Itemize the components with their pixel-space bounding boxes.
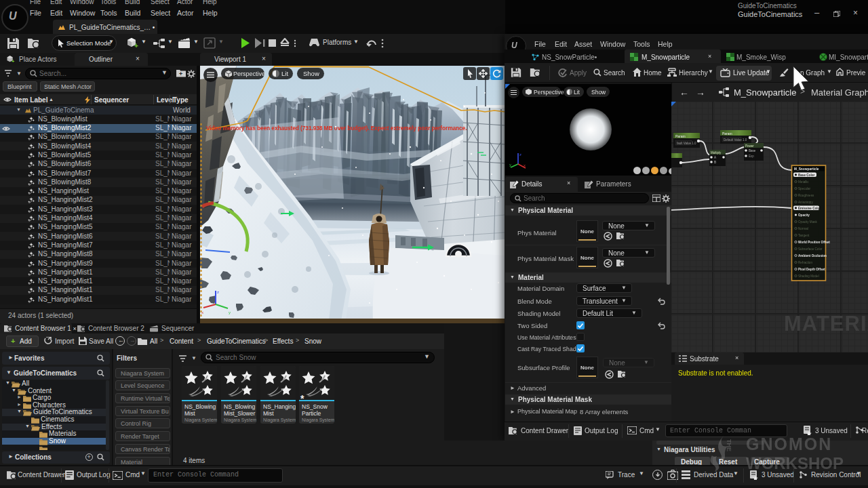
svg-text:Opacity: Opacity	[798, 214, 810, 217]
svg-text:Exp: Exp	[749, 155, 754, 158]
svg-text:+: +	[12, 59, 14, 64]
svg-text:Refraction: Refraction	[798, 261, 812, 264]
svg-text:Pixel Depth Offset: Pixel Depth Offset	[798, 268, 825, 271]
svg-text:Anisotropy: Anisotropy	[798, 201, 813, 204]
svg-text:Default Value 1.0: Default Value 1.0	[724, 138, 747, 142]
svg-text:Power: Power	[745, 144, 754, 148]
svg-text:Tangent: Tangent	[798, 234, 810, 237]
svg-text:Roughness: Roughness	[798, 194, 814, 197]
svg-text:Shading Model: Shading Model	[798, 274, 819, 278]
svg-text:A: A	[714, 156, 716, 159]
svg-text:y: y	[229, 310, 231, 314]
svg-text:Emissive Color: Emissive Color	[798, 207, 821, 210]
svg-text:+: +	[134, 42, 138, 49]
svg-text:z: z	[519, 152, 521, 157]
svg-text:World Position Offset: World Position Offset	[798, 241, 830, 244]
svg-text:y: y	[509, 163, 511, 167]
svg-text:M_Snowparticle: M_Snowparticle	[794, 167, 819, 171]
svg-text:Param: Param	[722, 131, 732, 136]
svg-text:Base: Base	[749, 149, 756, 152]
svg-text:Ambient Occlusion: Ambient Occlusion	[798, 254, 827, 258]
svg-text:B: B	[714, 161, 716, 164]
svg-text:Specular: Specular	[798, 187, 811, 190]
svg-text:Base Color: Base Color	[798, 174, 814, 177]
svg-text:Multiply: Multiply	[711, 151, 722, 155]
svg-text:Param: Param	[675, 134, 686, 138]
svg-text:Subsurface Color: Subsurface Color	[798, 247, 823, 251]
svg-text:x: x	[524, 163, 526, 167]
svg-text:+: +	[179, 70, 182, 77]
svg-text:Metallic: Metallic	[798, 180, 809, 184]
svg-text:Normal: Normal	[798, 227, 808, 230]
svg-text:Opacity Mask: Opacity Mask	[798, 220, 818, 224]
svg-text:z: z	[217, 290, 219, 294]
svg-text:Video memory has been exhauste: Video memory has been exhausted (731.938…	[206, 125, 467, 131]
svg-text:fault Value 1.0: fault Value 1.0	[677, 142, 696, 145]
